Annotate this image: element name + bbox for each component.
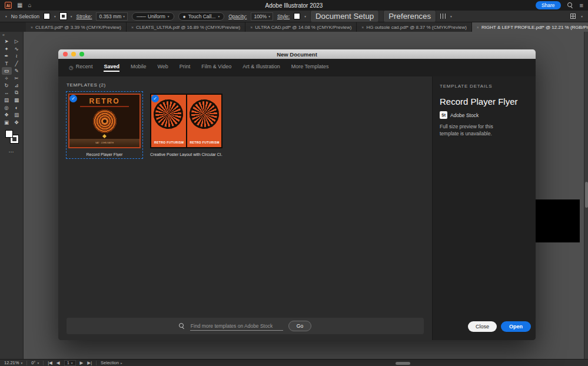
style-link[interactable]: Style: [277, 14, 290, 19]
selection-tool[interactable]: ➤ [2, 38, 12, 45]
templates-header: TEMPLATES (2) [67, 82, 424, 88]
status-bar: 12.21% ▾ 0° ▾ |◀ ◀ 1 ▾ ▶ ▶| Selection ▸ [0, 359, 588, 366]
home-icon[interactable]: ⌂ [28, 2, 31, 8]
minimize-window-icon[interactable] [71, 52, 76, 56]
scale-tool[interactable]: ⊿ [12, 82, 22, 89]
collapse-panel-icon[interactable]: « [0, 32, 5, 38]
open-button[interactable]: Open [501, 321, 531, 332]
checkmark-icon[interactable]: ✓ [69, 95, 77, 102]
scissors-tool[interactable]: ✂ [12, 75, 22, 82]
vertical-scrollbar[interactable] [584, 32, 588, 359]
direct-selection-tool[interactable]: ▷ [12, 38, 22, 45]
magic-wand-tool[interactable]: ✦ [2, 45, 12, 53]
horizontal-scrollbar-thumb[interactable] [396, 362, 410, 365]
stroke-weight-field[interactable]: 0.353 mm ▾ [96, 12, 128, 21]
chevron-down-icon[interactable]: ▾ [5, 15, 7, 18]
eyedropper-tool[interactable]: ◎ [2, 104, 12, 112]
document-tab-active[interactable]: × RIGHT & LEFT PROFILE.pdf* @ 12.21 % (R… [472, 22, 588, 32]
illustrator-app-icon[interactable]: Ai [5, 2, 12, 9]
fill-stroke-indicator[interactable] [5, 130, 18, 143]
document-setup-button[interactable]: Document Setup [310, 10, 379, 22]
zoom-window-icon[interactable] [79, 52, 84, 56]
symbol-sprayer-tool[interactable]: ❖ [2, 111, 12, 119]
go-button[interactable]: Go [288, 321, 311, 331]
zoom-level-dropdown[interactable]: 12.21% ▾ [4, 360, 22, 365]
record-graphic [93, 109, 117, 133]
type-tool[interactable]: T [2, 60, 12, 68]
document-tab[interactable]: × HG outsole cad.pdf* @ 8.37 % (CMYK/Pre… [357, 22, 472, 32]
checkmark-icon[interactable]: ✓ [151, 95, 159, 102]
paintbrush-tool[interactable]: ✎ [12, 67, 22, 75]
column-graph-tool[interactable]: ▥ [12, 111, 22, 119]
tab-mobile[interactable]: Mobile [131, 64, 147, 72]
close-window-icon[interactable] [63, 52, 68, 56]
apps-grid-icon[interactable]: ▦ [17, 2, 22, 8]
template-thumbnail[interactable]: RETRO SAT · JOHN SMITH [68, 94, 141, 148]
width-tool[interactable]: ⇔ [2, 89, 12, 97]
previous-artboard-icon[interactable]: ◀ [57, 360, 60, 365]
artboard-number-field[interactable]: 1 ▾ [64, 360, 76, 366]
document-tab[interactable]: × CLEATS.pdf* @ 3.39 % (CMYK/Preview) [26, 22, 127, 32]
curvature-tool[interactable]: ≀ [12, 52, 22, 60]
stroke-panel-link[interactable]: Stroke: [77, 14, 92, 19]
tab-more-templates[interactable]: More Templates [291, 64, 329, 72]
align-icon[interactable] [440, 14, 446, 19]
blend-tool[interactable]: ◐ [12, 104, 22, 112]
template-card-creative-poster-layout[interactable]: ✓ RETRO FUTURISM RETRO FUTURISM Creative… [148, 92, 224, 158]
brush-dropdown[interactable]: ● Touch Call... ▾ [178, 12, 225, 21]
opacity-link[interactable]: Opacity: [228, 14, 247, 19]
search-icon[interactable] [567, 2, 573, 8]
opacity-field[interactable]: 100% ▾ [251, 12, 273, 21]
tab-web[interactable]: Web [157, 64, 168, 72]
rectangle-tool[interactable]: ▭ [2, 67, 12, 75]
free-transform-tool[interactable]: ⧉ [12, 89, 22, 97]
chevron-down-icon: ▾ [450, 15, 452, 18]
workspace-switcher-icon[interactable] [570, 14, 576, 19]
stroke-color-swatch[interactable] [60, 13, 67, 19]
tab-saved[interactable]: Saved [104, 64, 119, 72]
artboard-tool[interactable]: ▣ [2, 119, 12, 127]
tab-print[interactable]: Print [180, 64, 191, 72]
close-icon[interactable]: × [250, 25, 253, 29]
line-segment-tool[interactable]: ╱ [12, 60, 22, 68]
lasso-tool[interactable]: ∿ [12, 45, 22, 53]
tab-recent[interactable]: ◷ Recent [69, 64, 92, 72]
close-button[interactable]: Close [468, 321, 497, 332]
control-bar: ▾ No Selection ▾ ▾ Stroke: 0.353 mm ▾ ——… [0, 11, 588, 22]
fill-color-swatch[interactable] [44, 13, 50, 19]
close-icon[interactable]: × [131, 25, 134, 29]
template-thumbnail[interactable]: RETRO FUTURISM RETRO FUTURISM [150, 94, 222, 148]
vertical-scrollbar-thumb[interactable] [585, 182, 588, 208]
close-icon[interactable]: × [31, 25, 33, 29]
share-button[interactable]: Share [536, 1, 561, 9]
rotate-tool[interactable]: ↻ [2, 82, 12, 89]
close-icon[interactable]: × [477, 25, 479, 29]
shaper-tool[interactable]: ✧ [2, 75, 12, 82]
document-tab[interactable]: × ULTRA CAD.pdf* @ 14.08 % (CMYK/Preview… [245, 22, 357, 32]
preferences-button[interactable]: Preferences [383, 10, 436, 22]
status-tool-indicator[interactable]: Selection ▸ [101, 360, 122, 365]
stroke-weight-value: 0.353 mm [99, 14, 121, 19]
chevron-down-icon: ▾ [304, 15, 306, 18]
template-card-record-player-flyer[interactable]: ✓ RETRO SAT · JOHN SMITH Record Player F… [67, 92, 142, 158]
variable-width-dropdown[interactable]: —— Uniform ▾ [132, 12, 174, 21]
mesh-tool[interactable]: ▦ [12, 97, 22, 104]
tab-art-illustration[interactable]: Art & Illustration [242, 64, 280, 72]
rotation-dropdown[interactable]: 0° ▾ [31, 360, 39, 365]
pen-tool[interactable]: ✒ [2, 52, 12, 60]
document-tab[interactable]: × CLEATS_ULTRA.pdf @ 16.89 % (CMYK/Previ… [127, 22, 245, 32]
style-swatch[interactable] [294, 13, 300, 19]
first-artboard-icon[interactable]: |◀ [48, 360, 52, 365]
close-icon[interactable]: × [361, 25, 364, 29]
stock-search-input[interactable] [190, 322, 283, 331]
hand-tool[interactable]: ✥ [12, 119, 22, 127]
last-artboard-icon[interactable]: ▶| [87, 360, 92, 365]
chevron-down-icon: ▾ [581, 15, 583, 18]
tab-film-video[interactable]: Film & Video [201, 64, 231, 72]
fill-swatch[interactable] [5, 130, 13, 138]
gradient-tool[interactable]: ▤ [2, 97, 12, 104]
menu-icon[interactable]: ≡ [580, 2, 583, 9]
chevron-down-icon: ▾ [168, 15, 170, 18]
edit-toolbar-icon[interactable]: ⋯ [9, 149, 15, 155]
next-artboard-icon[interactable]: ▶ [80, 360, 84, 365]
